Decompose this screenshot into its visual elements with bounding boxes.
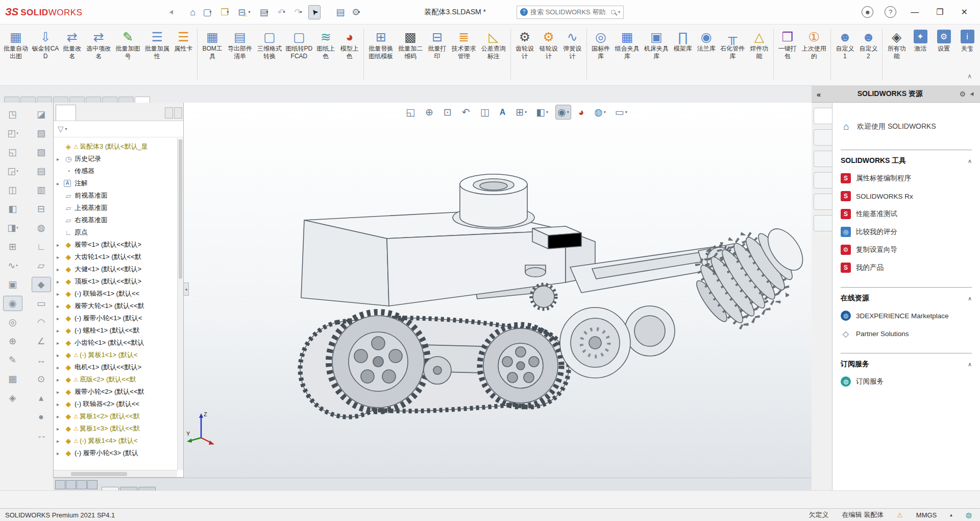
tree-item[interactable]: ▸ ◆ 履带<1> (默认<<默认>: [54, 239, 177, 251]
ribbon-button[interactable]: [773, 29, 774, 80]
ribbon-button[interactable]: ✦ 激活: [909, 28, 932, 54]
ribbon-button[interactable]: ⊞ 批量替换图纸模板: [366, 28, 396, 61]
left-toolbar-button[interactable]: ◳: [3, 107, 22, 122]
tree-item[interactable]: ▸ ◷ 历史记录: [54, 153, 177, 165]
left-toolbar-button[interactable]: ◫: [3, 182, 22, 198]
annotations-visibility-icon[interactable]: A: [498, 106, 509, 119]
open-button[interactable]: ❒ ▾: [217, 5, 232, 19]
dimxpert-manager-tab[interactable]: [117, 105, 137, 121]
tree-item[interactable]: ◔ 传感器: [54, 165, 177, 177]
propertymanager-tab[interactable]: [76, 105, 96, 121]
tree-item[interactable]: ▸ ◆ ⚠ (-) 翼板1<4> (默认<: [54, 435, 177, 447]
left-toolbar-button[interactable]: ∠: [32, 334, 51, 349]
tree-item[interactable]: ▸ ◆ ⚠ (-) 翼板1<1> (默认<: [54, 349, 177, 361]
tree-item[interactable]: ▸ ◆ (-) 联轴器<1> (默认<<: [54, 288, 177, 300]
left-toolbar-button[interactable]: ∿ ▾: [3, 258, 22, 273]
ribbon-button[interactable]: ⇄ 批量改名: [60, 28, 84, 61]
left-toolbar-button[interactable]: ▥: [32, 182, 51, 198]
compare-scores-link[interactable]: ◎ 比较我的评分: [841, 227, 972, 237]
collapse-pane-icon[interactable]: «: [817, 90, 821, 99]
expand-arrow-icon[interactable]: ▸: [57, 254, 64, 260]
section-subscription[interactable]: 订阅服务 ∧: [841, 353, 972, 369]
expand-arrow-icon[interactable]: ▸: [57, 328, 64, 334]
prev-tab-button[interactable]: [66, 480, 76, 489]
ribbon-button[interactable]: ∿ 弹簧设计: [560, 28, 584, 61]
expand-arrow-icon[interactable]: ▸: [57, 340, 64, 346]
partner-solutions-link[interactable]: ◇ Partner Solutions: [841, 328, 972, 339]
section-view-icon[interactable]: ◫: [478, 105, 493, 120]
appearances-tab[interactable]: [814, 194, 832, 210]
command-tab[interactable]: [53, 97, 68, 103]
left-toolbar-button[interactable]: ▤: [32, 163, 51, 179]
left-toolbar-button[interactable]: ◉: [3, 296, 22, 311]
design-library-tab[interactable]: [814, 129, 832, 146]
tree-item[interactable]: ▸ ◆ (-) 联轴器<2> (默认<<: [54, 398, 177, 410]
section-collapse-icon[interactable]: ∧: [968, 361, 972, 368]
ribbon-button[interactable]: ⚙ 设置: [932, 28, 955, 54]
left-toolbar-button[interactable]: ∟: [32, 239, 51, 254]
apply-scene-icon[interactable]: ◍ ▾: [592, 105, 608, 120]
task-pane-pin-icon[interactable]: ➤: [968, 90, 976, 98]
command-tab[interactable]: [37, 97, 52, 103]
left-toolbar-button[interactable]: ◧: [3, 201, 22, 217]
left-toolbar-button[interactable]: ◪: [32, 107, 51, 122]
ribbon-button[interactable]: ≣ 技术要求管理: [449, 28, 479, 61]
expand-arrow-icon[interactable]: ▸: [57, 291, 64, 297]
expand-arrow-icon[interactable]: ▸: [57, 316, 64, 321]
expand-arrow-icon[interactable]: ▸: [57, 156, 64, 162]
tree-item[interactable]: ▸ ◆ ⚠ 翼板1<3> (默认<<默: [54, 422, 177, 435]
ribbon-button[interactable]: ❒ 一键打包: [776, 28, 800, 61]
featuremanager-tab[interactable]: [56, 105, 76, 121]
solidworks-rx-link[interactable]: S SOLIDWORKS Rx: [841, 191, 972, 201]
model-tab[interactable]: [102, 487, 119, 490]
expand-arrow-icon[interactable]: ▸: [57, 377, 64, 383]
ribbon-button[interactable]: ⊟ 批量打印: [425, 28, 449, 61]
expand-arrow-icon[interactable]: ▸: [57, 365, 64, 370]
graphics-viewport[interactable]: ◱ ⊕ ⊡ ↶ ◫ A ⊞ ▾ ◧ ▾: [184, 103, 812, 478]
undo-button[interactable]: ↶ ▾: [274, 5, 288, 19]
expand-arrow-icon[interactable]: ▸: [57, 438, 64, 444]
ribbon-button[interactable]: ▦ BOM工具: [200, 28, 225, 61]
ribbon-button[interactable]: ▢ 三维格式转换: [255, 28, 284, 61]
section-online-resources[interactable]: 在线资源 ∧: [841, 287, 972, 303]
left-toolbar-button[interactable]: ▨: [32, 145, 51, 160]
command-tab[interactable]: [102, 97, 117, 103]
subscription-link[interactable]: ◍ 订阅服务: [841, 376, 972, 387]
new-document-button[interactable]: ▢ ▾: [200, 5, 214, 19]
ribbon-button[interactable]: ◺ 公差查询标注: [479, 28, 508, 61]
settings-gear-button[interactable]: ⚙ ▾: [349, 5, 363, 19]
ribbon-button[interactable]: △ 焊件功能: [747, 28, 771, 61]
expand-arrow-icon[interactable]: ▸: [57, 181, 64, 186]
tree-item[interactable]: ▸ ◆ ⚠ 底版<2> (默认<<默: [54, 373, 177, 386]
menu-item[interactable]: [133, 9, 143, 15]
tree-item[interactable]: ▱ 上视基准面: [54, 202, 177, 214]
left-toolbar-button[interactable]: ◨ ▾: [3, 220, 22, 235]
ribbon-button[interactable]: ▦ 组合夹具库: [612, 28, 642, 61]
command-tab[interactable]: [4, 97, 19, 103]
tree-item[interactable]: ▸ ◆ 履带大轮<1> (默认<<默: [54, 300, 177, 312]
performance-benchmark-link[interactable]: S 性能基准测试: [841, 209, 972, 219]
left-toolbar-button[interactable]: ●: [32, 409, 51, 424]
panel-tabs-scroll-left[interactable]: [165, 107, 173, 119]
marketplace-link[interactable]: ◍ 3DEXPERIENCE Marketplace: [841, 311, 972, 321]
next-tab-button[interactable]: [77, 480, 87, 489]
search-input[interactable]: [530, 8, 608, 16]
left-toolbar-button[interactable]: ◰ ▾: [3, 126, 22, 141]
help-icon[interactable]: ?: [885, 6, 896, 18]
tree-filter[interactable]: ▽ ▾: [54, 121, 183, 137]
left-toolbar-button[interactable]: ▭: [32, 296, 51, 311]
ribbon-button[interactable]: ☻ 自定义 2: [856, 28, 880, 61]
select-cursor-button[interactable]: ➤ ▾: [308, 5, 321, 19]
ribbon-button[interactable]: ⇄ 选中项改名: [84, 28, 113, 61]
tree-item[interactable]: ▸ A 注解: [54, 177, 177, 190]
ribbon-button[interactable]: i 关于: [955, 28, 979, 54]
expand-arrow-icon[interactable]: ▸: [57, 242, 64, 248]
expand-arrow-icon[interactable]: ▸: [57, 414, 64, 419]
left-toolbar-button[interactable]: ▦: [3, 371, 22, 387]
expand-arrow-icon[interactable]: ▸: [57, 451, 64, 456]
ribbon-button[interactable]: ≋ 图纸上色: [314, 28, 338, 61]
configuration-manager-tab[interactable]: [96, 105, 117, 121]
tree-vertical-scrollbar[interactable]: [177, 138, 183, 470]
custom-properties-tab[interactable]: [814, 215, 832, 231]
ribbon-button[interactable]: ▦ 批量自动出图: [1, 28, 31, 61]
